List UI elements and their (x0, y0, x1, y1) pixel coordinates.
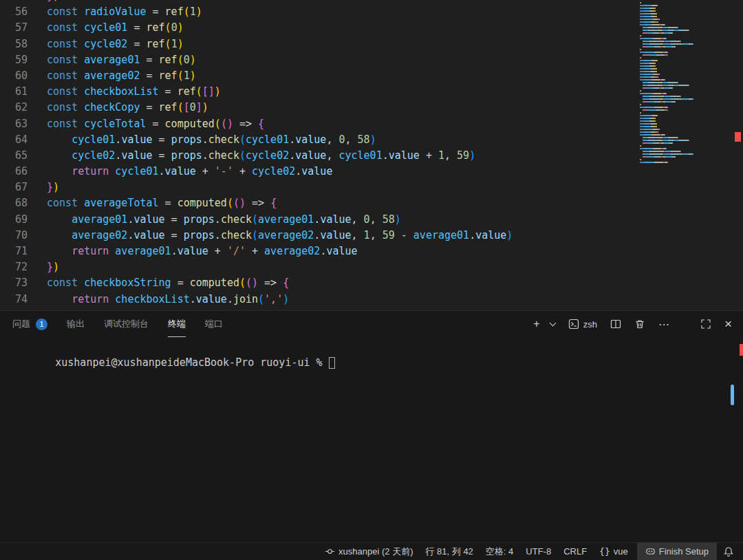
minimap-line (640, 120, 693, 122)
minimap-line (640, 63, 693, 64)
minimap-line (640, 145, 693, 147)
line-number: 57 (0, 21, 28, 34)
code-line-66[interactable]: 66 return cycle01.value + '-' + cycle02.… (0, 165, 513, 181)
code-text: const checkboxString = computed(() => { (47, 277, 289, 289)
terminal-profile-dropdown-button[interactable] (552, 322, 557, 327)
minimap-line (640, 85, 693, 86)
code-line-61[interactable]: 61const checkboxList = ref([]) (0, 85, 513, 101)
code-line-68[interactable]: 68const averageTotal = computed(() => { (0, 197, 513, 213)
eol-label: CRLF (563, 546, 587, 557)
code-line-59[interactable]: 59const average01 = ref(0) (0, 54, 513, 69)
line-number: 69 (0, 213, 28, 226)
code-text: const checkCopy = ref([0]) (47, 101, 208, 114)
terminal-scrollbar-thumb[interactable] (731, 385, 734, 405)
minimap-line (640, 65, 693, 67)
minimap-line (640, 21, 693, 23)
panel-tab-debug-console[interactable]: 调试控制台 (104, 311, 149, 337)
line-number: 59 (0, 54, 28, 66)
chevron-down-icon (549, 319, 556, 326)
code-editor[interactable]: 55})56const radioValue = ref(1)57const c… (0, 0, 743, 310)
maximize-icon (700, 319, 711, 330)
panel-tab-label: 调试控制台 (104, 318, 149, 330)
minimap-line (640, 27, 693, 28)
code-line-72[interactable]: 72}) (0, 261, 513, 277)
shell-label: zsh (583, 319, 597, 330)
cursor-position-indicator[interactable]: 行 81, 列 42 (419, 543, 479, 560)
code-line-64[interactable]: 64 cycle01.value = props.check(cycle01.v… (0, 133, 513, 149)
code-line-56[interactable]: 56const radioValue = ref(1) (0, 6, 513, 21)
line-number: 68 (0, 197, 28, 209)
minimap-line (640, 101, 693, 103)
finish-setup-label: Finish Setup (659, 546, 709, 557)
notifications-button[interactable] (717, 543, 740, 560)
line-number: 65 (0, 149, 28, 162)
code-line-73[interactable]: 73const checkboxString = computed(() => … (0, 277, 513, 292)
code-text: const average02 = ref(1) (47, 69, 196, 82)
code-text: }) (47, 0, 59, 2)
bottom-panel: 问题1输出调试控制台终端端口 + zsh (0, 310, 743, 542)
language-mode-indicator[interactable]: {} vue (593, 543, 634, 560)
minimap-line (640, 19, 693, 20)
eol-indicator[interactable]: CRLF (557, 543, 593, 560)
code-text: const checkboxList = ref([]) (47, 85, 221, 98)
terminal-command-error-marker (740, 344, 743, 356)
minimap-line (640, 142, 693, 144)
split-terminal-button[interactable] (609, 317, 623, 331)
panel-tab-label: 终端 (168, 318, 186, 330)
code-text: average01.value = props.check(average01.… (47, 213, 401, 226)
minimap-line (640, 115, 693, 116)
terminal[interactable]: xushanpei@xushanpeideMacBook-Pro ruoyi-u… (0, 337, 743, 542)
panel-tab-problems[interactable]: 问题1 (12, 311, 47, 337)
minimap-line (640, 10, 693, 12)
panel-tab-terminal[interactable]: 终端 (168, 311, 186, 337)
code-text: const cycle02 = ref(1) (47, 38, 184, 50)
line-number: 63 (0, 118, 28, 130)
code-text: const radioValue = ref(1) (47, 6, 202, 18)
code-line-65[interactable]: 65 cycle02.value = props.check(cycle02.v… (0, 149, 513, 165)
minimap[interactable] (640, 2, 693, 164)
code-line-63[interactable]: 63const cycleTotal = computed(() => { (0, 118, 513, 133)
line-number: 70 (0, 229, 28, 241)
maximize-panel-button[interactable] (699, 317, 713, 331)
minimap-line (640, 156, 693, 158)
code-line-57[interactable]: 57const cycle01 = ref(0) (0, 21, 513, 37)
kill-terminal-button[interactable] (633, 317, 647, 331)
scm-blame-info[interactable]: xushanpei (2 天前) (319, 543, 419, 560)
line-number: 62 (0, 101, 28, 114)
code-line-58[interactable]: 58const cycle02 = ref(1) (0, 38, 513, 54)
code-text: const cycle01 = ref(0) (47, 21, 184, 34)
finish-setup-button[interactable]: Finish Setup (637, 543, 717, 560)
minimap-line (640, 16, 693, 17)
minimap-line (640, 5, 693, 6)
code-line-55[interactable]: 55}) (0, 0, 513, 6)
code-line-67[interactable]: 67}) (0, 181, 513, 197)
terminal-instance-selector[interactable]: zsh (567, 317, 599, 331)
line-number: 67 (0, 181, 28, 193)
encoding-indicator[interactable]: UTF-8 (519, 543, 557, 560)
code-text: return average01.value + '/' + average02… (47, 245, 358, 257)
minimap-line (640, 123, 693, 125)
minimap-line (640, 131, 693, 133)
more-actions-button[interactable]: ⋯ (657, 316, 671, 332)
line-number: 72 (0, 261, 28, 273)
indentation-label: 空格: 4 (486, 546, 513, 558)
problems-count-badge: 1 (36, 319, 47, 330)
minimap-line (640, 2, 693, 3)
minimap-line (640, 118, 693, 119)
indentation-indicator[interactable]: 空格: 4 (480, 543, 519, 560)
code-line-69[interactable]: 69 average01.value = props.check(average… (0, 213, 513, 229)
code-line-60[interactable]: 60const average02 = ref(1) (0, 69, 513, 85)
scm-blame-label: xushanpei (2 天前) (338, 546, 413, 558)
close-panel-button[interactable]: × (723, 315, 733, 333)
panel-tab-output[interactable]: 输出 (67, 311, 85, 337)
minimap-line (640, 104, 693, 105)
minimap-line (640, 153, 693, 155)
new-terminal-button[interactable]: + (532, 316, 541, 332)
code-line-74[interactable]: 74 return checkboxList.value.join(',') (0, 293, 513, 309)
code-line-62[interactable]: 62const checkCopy = ref([0]) (0, 101, 513, 117)
code-text: return cycle01.value + '-' + cycle02.val… (47, 165, 332, 177)
panel-tab-ports[interactable]: 端口 (205, 311, 223, 337)
code-line-70[interactable]: 70 average02.value = props.check(average… (0, 229, 513, 245)
code-text: const averageTotal = computed(() => { (47, 197, 277, 209)
code-line-71[interactable]: 71 return average01.value + '/' + averag… (0, 245, 513, 261)
